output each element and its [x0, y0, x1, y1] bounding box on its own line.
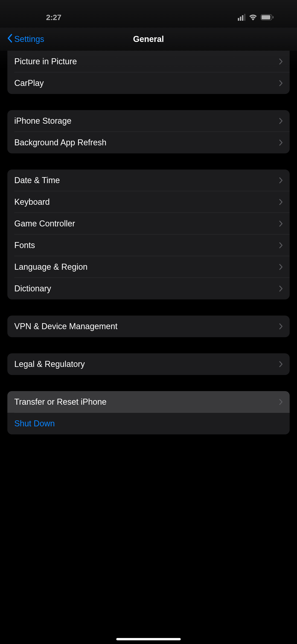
row-transfer-or-reset-iphone[interactable]: Transfer or Reset iPhone	[7, 391, 290, 413]
chevron-right-icon	[279, 199, 283, 205]
row-fonts[interactable]: Fonts	[7, 234, 290, 256]
content: Picture in Picture CarPlay iPhone Storag…	[0, 51, 297, 434]
row-legal-regulatory[interactable]: Legal & Regulatory	[7, 353, 290, 375]
chevron-right-icon	[279, 242, 283, 248]
row-shut-down[interactable]: Shut Down	[7, 413, 290, 434]
row-background-app-refresh[interactable]: Background App Refresh	[7, 132, 290, 154]
page-title: General	[133, 34, 164, 44]
row-label: Background App Refresh	[14, 138, 106, 148]
row-language-region[interactable]: Language & Region	[7, 256, 290, 278]
home-indicator[interactable]	[116, 638, 181, 640]
chevron-right-icon	[279, 139, 283, 146]
chevron-right-icon	[279, 80, 283, 86]
battery-icon	[260, 14, 274, 20]
status-indicators	[238, 14, 274, 21]
row-keyboard[interactable]: Keyboard	[7, 191, 290, 213]
chevron-right-icon	[279, 118, 283, 124]
chevron-left-icon	[7, 34, 12, 45]
row-label: Dictionary	[14, 284, 51, 294]
svg-rect-2	[272, 16, 274, 18]
chevron-right-icon	[279, 58, 283, 65]
row-label: VPN & Device Management	[14, 322, 118, 331]
row-label: Fonts	[14, 240, 35, 250]
navigation-bar: Settings General	[0, 28, 297, 51]
svg-rect-1	[262, 15, 270, 19]
chevron-right-icon	[279, 286, 283, 292]
cellular-signal-icon	[238, 14, 246, 21]
back-label: Settings	[14, 34, 44, 44]
row-vpn-device-management[interactable]: VPN & Device Management	[7, 316, 290, 337]
chevron-right-icon	[279, 361, 283, 367]
row-label: Shut Down	[14, 419, 55, 428]
settings-group: VPN & Device Management	[7, 316, 290, 337]
settings-group: Legal & Regulatory	[7, 353, 290, 375]
wifi-icon	[249, 14, 258, 20]
row-label: CarPlay	[14, 78, 44, 88]
chevron-right-icon	[279, 264, 283, 270]
status-time: 2:27	[46, 13, 61, 22]
row-carplay[interactable]: CarPlay	[7, 72, 290, 94]
chevron-right-icon	[279, 177, 283, 184]
row-label: Date & Time	[14, 176, 60, 185]
chevron-right-icon	[279, 399, 283, 405]
settings-group: Date & Time Keyboard Game Controller Fon…	[7, 170, 290, 300]
chevron-right-icon	[279, 220, 283, 227]
row-label: Keyboard	[14, 197, 50, 207]
row-label: Picture in Picture	[14, 57, 77, 66]
settings-group: iPhone Storage Background App Refresh	[7, 110, 290, 154]
status-bar: 2:27	[0, 0, 297, 28]
row-dictionary[interactable]: Dictionary	[7, 278, 290, 300]
row-label: Language & Region	[14, 262, 88, 272]
row-picture-in-picture[interactable]: Picture in Picture	[7, 51, 290, 72]
row-label: Legal & Regulatory	[14, 359, 85, 369]
settings-group: Transfer or Reset iPhone Shut Down	[7, 391, 290, 434]
settings-group: Picture in Picture CarPlay	[7, 51, 290, 94]
row-label: Transfer or Reset iPhone	[14, 397, 106, 407]
back-button[interactable]: Settings	[7, 34, 44, 45]
row-label: iPhone Storage	[14, 116, 71, 126]
row-game-controller[interactable]: Game Controller	[7, 213, 290, 234]
row-date-time[interactable]: Date & Time	[7, 170, 290, 191]
chevron-right-icon	[279, 323, 283, 330]
row-iphone-storage[interactable]: iPhone Storage	[7, 110, 290, 132]
row-label: Game Controller	[14, 219, 75, 228]
